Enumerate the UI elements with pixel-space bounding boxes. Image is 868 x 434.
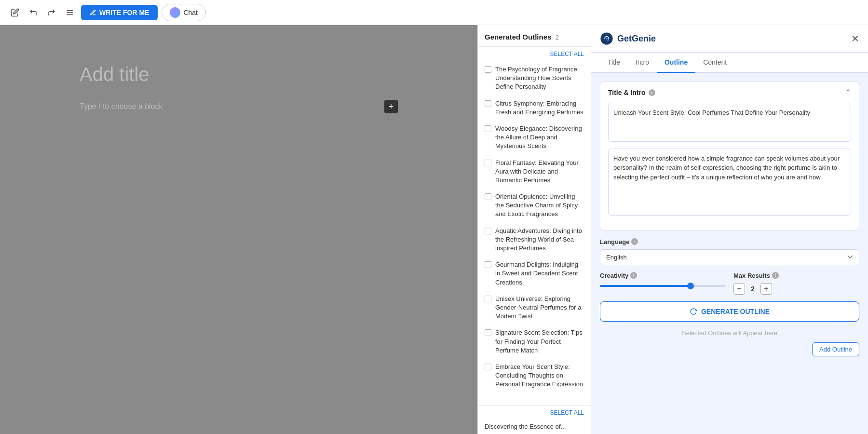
generate-icon (690, 308, 697, 315)
add-block-button[interactable]: + (384, 100, 398, 113)
getgenie-header: GetGenie ✕ (591, 25, 868, 53)
outline-checkbox[interactable] (485, 160, 491, 166)
tab-content[interactable]: Content (695, 53, 734, 73)
outline-checkbox[interactable] (485, 125, 491, 132)
outline-item[interactable]: Aquatic Adventures: Diving into the Refr… (478, 223, 591, 257)
menu-btn[interactable] (63, 5, 77, 20)
tab-title[interactable]: Title (600, 53, 628, 73)
getgenie-logo-icon (600, 32, 613, 45)
getgenie-panel: GetGenie ✕ TitleIntroOutlineContent Titl… (591, 25, 868, 434)
outlines-list: The Psychology of Fragrance: Understandi… (478, 59, 591, 405)
outlines-more-item: Discovering the Essence of... (478, 419, 591, 434)
intro-field[interactable] (608, 149, 851, 216)
outline-checkbox[interactable] (485, 329, 491, 336)
selected-outlines-placeholder: Selected Outlines will Appear here Add O… (600, 329, 859, 337)
outlines-title: Generated Outlines (485, 33, 551, 41)
title-intro-header[interactable]: Title & Intro i ⌃ (600, 82, 859, 103)
outline-item[interactable]: The Psychology of Fragrance: Understandi… (478, 61, 591, 95)
outline-item-text: Signature Scent Selection: Tips for Find… (495, 328, 584, 355)
editor-block-placeholder: Type / to choose a block (80, 102, 380, 111)
select-all-top[interactable]: SELECT ALL (478, 47, 591, 59)
max-results-info-icon[interactable]: i (772, 272, 779, 279)
tab-outline[interactable]: Outline (657, 53, 695, 73)
outline-item-text: Citrus Symphony: Embracing Fresh and Ene… (495, 99, 584, 117)
redo-btn[interactable] (44, 5, 59, 20)
language-label: Language i (600, 238, 859, 245)
creativity-maxresults-row: Creativity i Max Results i (600, 272, 859, 301)
max-results-stepper: − 2 + (733, 283, 859, 295)
outline-item[interactable]: Floral Fantasy: Elevating Your Aura with… (478, 155, 591, 189)
language-info-icon[interactable]: i (631, 238, 638, 245)
write-for-me-label: WRITE FOR ME (99, 9, 149, 16)
main-layout: Add title Type / to choose a block + Gen… (0, 25, 868, 434)
max-results-label: Max Results i (733, 272, 859, 279)
title-intro-label: Title & Intro i (608, 89, 655, 96)
toolbar: WRITE FOR ME Chat (0, 0, 868, 25)
tab-intro[interactable]: Intro (628, 53, 657, 73)
getgenie-body: Title & Intro i ⌃ Language i EnglishSpan… (591, 73, 868, 434)
outline-item-text: Gourmand Delights: Indulging in Sweet an… (495, 260, 584, 287)
outline-item[interactable]: Woodsy Elegance: Discovering the Allure … (478, 121, 591, 155)
outlines-panel: Generated Outlines 2 SELECT ALL The Psyc… (477, 25, 591, 434)
outline-item[interactable]: Signature Scent Selection: Tips for Find… (478, 325, 591, 359)
max-results-increment-button[interactable]: + (760, 283, 772, 295)
editor-area: Add title Type / to choose a block + (0, 25, 477, 434)
editor-content: Add title Type / to choose a block + (70, 54, 407, 123)
write-for-me-button[interactable]: WRITE FOR ME (81, 5, 158, 20)
outline-checkbox[interactable] (485, 193, 491, 200)
outline-item[interactable]: Gourmand Delights: Indulging in Sweet an… (478, 257, 591, 291)
editor-block-row: Type / to choose a block + (80, 100, 398, 113)
outline-item[interactable]: Unisex Universe: Exploring Gender-Neutra… (478, 291, 591, 325)
getgenie-close-button[interactable]: ✕ (851, 33, 859, 44)
creativity-slider-thumb[interactable] (687, 283, 694, 289)
outline-item-text: Unisex Universe: Exploring Gender-Neutra… (495, 295, 584, 321)
editor-title[interactable]: Add title (80, 64, 398, 85)
title-intro-card: Title & Intro i ⌃ (600, 81, 859, 231)
language-dropdown[interactable]: EnglishSpanishFrenchGermanItalian (600, 249, 859, 265)
outline-checkbox[interactable] (485, 364, 491, 370)
max-results-value: 2 (748, 285, 758, 293)
getgenie-logo-text: GetGenie (617, 34, 656, 44)
select-all-bottom[interactable]: SELECT ALL (478, 405, 591, 419)
outlines-count: 2 (556, 34, 559, 41)
outline-checkbox[interactable] (485, 296, 491, 302)
title-field[interactable] (608, 103, 851, 142)
outline-item[interactable]: Oriental Opulence: Unveiling the Seducti… (478, 189, 591, 223)
outline-checkbox[interactable] (485, 261, 491, 268)
title-intro-info-icon[interactable]: i (649, 89, 655, 96)
outline-checkbox[interactable] (485, 66, 491, 73)
outline-checkbox[interactable] (485, 228, 491, 234)
add-outline-button[interactable]: Add Outline (812, 342, 859, 356)
outlines-header: Generated Outlines 2 (478, 25, 591, 47)
getgenie-tabs: TitleIntroOutlineContent (591, 53, 868, 73)
creativity-control: Creativity i (600, 272, 726, 295)
outline-checkbox[interactable] (485, 100, 491, 107)
creativity-slider-fill (600, 285, 691, 287)
creativity-slider-track (600, 285, 726, 287)
edit-icon-btn[interactable] (8, 5, 22, 20)
outline-item-text: Aquatic Adventures: Diving into the Refr… (495, 227, 584, 253)
outline-item-text: Embrace Your Scent Style: Concluding Tho… (495, 363, 584, 389)
chat-label: Chat (183, 9, 198, 16)
creativity-label: Creativity i (600, 272, 726, 279)
outline-item-text: Woodsy Elegance: Discovering the Allure … (495, 124, 584, 151)
outline-item-text: The Psychology of Fragrance: Understandi… (495, 65, 584, 92)
creativity-info-icon[interactable]: i (630, 272, 637, 279)
outline-item-text: Oriental Opulence: Unveiling the Seducti… (495, 192, 584, 219)
title-intro-chevron-icon: ⌃ (845, 88, 851, 97)
chat-button[interactable]: Chat (162, 4, 206, 21)
max-results-decrement-button[interactable]: − (733, 283, 745, 295)
creativity-slider-container (600, 283, 726, 289)
chat-avatar (170, 7, 180, 18)
generate-outline-button[interactable]: GENERATE OUTLINE (600, 301, 859, 322)
outline-item[interactable]: Citrus Symphony: Embracing Fresh and Ene… (478, 95, 591, 121)
outline-item[interactable]: Embrace Your Scent Style: Concluding Tho… (478, 359, 591, 393)
undo-btn[interactable] (26, 5, 41, 20)
max-results-control: Max Results i − 2 + (733, 272, 859, 295)
title-intro-body (600, 103, 859, 230)
outline-item-text: Floral Fantasy: Elevating Your Aura with… (495, 159, 584, 185)
getgenie-logo: GetGenie (600, 32, 656, 45)
svg-point-4 (606, 38, 608, 40)
language-control: Language i EnglishSpanishFrenchGermanIta… (600, 238, 859, 265)
